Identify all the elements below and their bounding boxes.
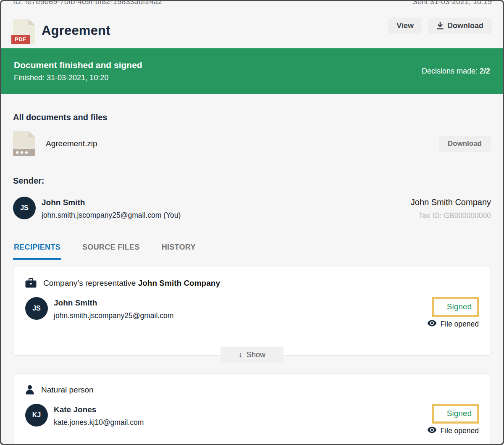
file-name: Agreement.zip: [46, 139, 438, 148]
recipient-email: john.smith.jscompany25@gmail.com: [54, 311, 173, 320]
tab-bar: RECIPIENTS SOURCE FILES HISTORY: [13, 243, 491, 259]
sender-row: JS John Smith john.smith.jscompany25@gma…: [13, 197, 491, 220]
signed-status-badge: Signed: [432, 297, 479, 317]
recipient-row: KJ Kate Jones kate.jones.kj10@gmail.com …: [25, 404, 479, 435]
zip-file-icon: [13, 131, 35, 156]
view-button[interactable]: View: [388, 18, 422, 34]
show-details-button[interactable]: ↓ Show: [220, 347, 284, 363]
recipient-info: Kate Jones kate.jones.kj10@gmail.com: [54, 404, 144, 427]
decisions-label: Decisions made:: [422, 67, 480, 75]
company-name: John Smith Company: [411, 197, 491, 207]
down-arrow-icon: ↓: [239, 350, 242, 359]
file-download-button[interactable]: Download: [438, 136, 491, 152]
download-button[interactable]: Download: [428, 18, 492, 34]
recipient-card-natural-person: Natural person KJ Kate Jones kate.jones.…: [13, 374, 491, 445]
main-content: All documents and files Agreement.zip Do…: [1, 113, 503, 445]
eye-icon: [427, 427, 437, 435]
recipient-info: John Smith john.smith.jscompany25@gmail.…: [54, 297, 173, 320]
show-button-label: Show: [247, 350, 265, 359]
recipient-card-company: Company’s representative John Smith Comp…: [13, 267, 491, 355]
header-actions: View Download: [388, 18, 492, 34]
recipient-name: John Smith: [54, 298, 173, 308]
tab-recipients[interactable]: RECIPIENTS: [13, 243, 61, 260]
header: ID: fe7e9e69-70fb-4e9f-bf82-19833adf24a2…: [1, 1, 503, 48]
recipient-status-block: Signed File opened: [427, 297, 479, 329]
documents-section-heading: All documents and files: [13, 113, 491, 122]
file-opened-row: File opened: [427, 427, 479, 435]
recipient-company-bold: John Smith Company: [138, 279, 220, 287]
recipient-type-text: Company’s representative John Smith Comp…: [43, 279, 220, 288]
recipient-row: JS John Smith john.smith.jscompany25@gma…: [25, 297, 479, 329]
person-icon: [25, 385, 34, 395]
tab-source-files[interactable]: SOURCE FILES: [81, 243, 141, 260]
recipient-status-block: Signed File opened: [427, 404, 479, 435]
download-button-label: Download: [447, 21, 483, 30]
recipient-type-row: Natural person: [25, 385, 479, 395]
briefcase-icon: [25, 278, 37, 288]
view-button-label: View: [396, 21, 414, 30]
document-id: ID: fe7e9e69-70fb-4e9f-bf82-19833adf24a2: [13, 0, 162, 6]
page-title: Agreement: [42, 23, 110, 38]
sender-company-info: John Smith Company Tax ID: GB000000000: [411, 197, 491, 220]
tab-history[interactable]: HISTORY: [161, 243, 197, 260]
status-title: Document finished and signed: [14, 60, 142, 70]
status-banner: Document finished and signed Finished: 3…: [1, 48, 503, 94]
file-row: Agreement.zip Download: [13, 131, 491, 156]
recipient-email: kate.jones.kj10@gmail.com: [54, 418, 144, 427]
sender-avatar: JS: [13, 197, 36, 219]
decisions-value: 2/2: [480, 67, 490, 75]
sender-section-heading: Sender:: [13, 176, 491, 186]
zip-dots-band: [13, 149, 35, 156]
download-icon: [436, 22, 444, 30]
recipient-avatar: KJ: [25, 404, 48, 427]
document-detail-page: ID: fe7e9e69-70fb-4e9f-bf82-19833adf24a2…: [0, 0, 504, 445]
recipient-type-text: Natural person: [41, 385, 94, 395]
sender-name: John Smith: [42, 198, 181, 207]
recipient-type-row: Company’s representative John Smith Comp…: [25, 278, 479, 288]
status-banner-left: Document finished and signed Finished: 3…: [14, 60, 142, 82]
sender-info: John Smith john.smith.jscompany25@gmail.…: [42, 197, 181, 220]
recipient-name: Kate Jones: [54, 405, 144, 414]
file-download-label: Download: [448, 140, 482, 148]
eye-icon: [427, 320, 437, 329]
decisions-counter: Decisions made: 2/2: [422, 67, 490, 76]
file-opened-row: File opened: [427, 320, 479, 329]
file-opened-label: File opened: [441, 427, 479, 435]
sent-timestamp: Sent 31-03-2021, 10:19: [412, 0, 492, 6]
sender-email: john.smith.jscompany25@gmail.com (You): [42, 211, 181, 220]
recipient-avatar: JS: [25, 297, 48, 320]
tax-id: Tax ID: GB000000000: [411, 211, 491, 220]
signed-status-badge: Signed: [432, 404, 479, 424]
status-finished-date: Finished: 31-03-2021, 10:20: [14, 74, 142, 82]
pdf-file-icon: PDF: [13, 19, 35, 45]
file-opened-label: File opened: [441, 320, 479, 329]
pdf-badge: PDF: [11, 35, 30, 44]
